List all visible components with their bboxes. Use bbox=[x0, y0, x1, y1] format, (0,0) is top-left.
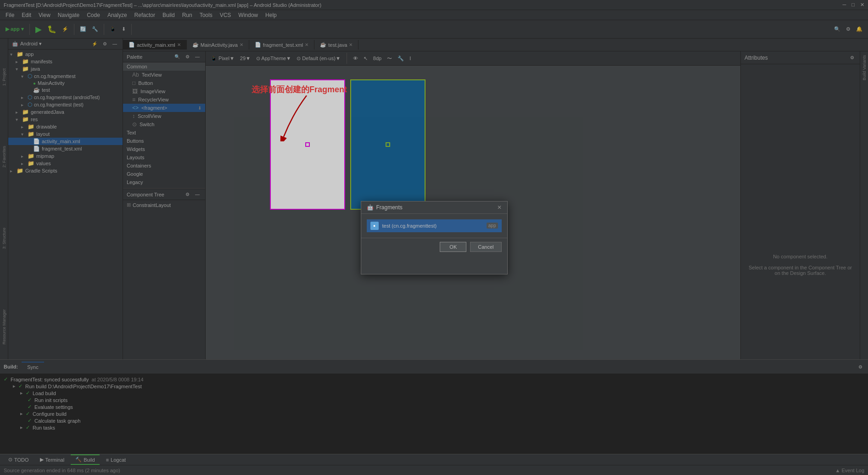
modal-title: Fragments bbox=[376, 204, 403, 211]
modal-item-badge: app bbox=[487, 223, 498, 229]
fragments-dialog: 🤖 Fragments ✕ ● test (cn.cg.fragmenttest… bbox=[361, 201, 508, 274]
modal-item-label: test (cn.cg.fragmenttest) bbox=[382, 223, 437, 229]
modal-footer: OK Cancel bbox=[361, 238, 507, 256]
modal-ok-btn[interactable]: OK bbox=[440, 242, 466, 252]
modal-title-bar: 🤖 Fragments ✕ bbox=[361, 201, 507, 214]
modal-overlay[interactable]: 🤖 Fragments ✕ ● test (cn.cg.fragmenttest… bbox=[0, 0, 868, 475]
modal-close-btn[interactable]: ✕ bbox=[497, 204, 502, 211]
modal-cancel-btn[interactable]: Cancel bbox=[470, 242, 501, 252]
fragments-dialog-icon: 🤖 bbox=[367, 204, 374, 211]
modal-list-item[interactable]: ● test (cn.cg.fragmenttest) app bbox=[367, 219, 502, 232]
modal-body: ● test (cn.cg.fragmenttest) app bbox=[361, 214, 507, 238]
fragment-class-icon: ● bbox=[370, 222, 379, 230]
